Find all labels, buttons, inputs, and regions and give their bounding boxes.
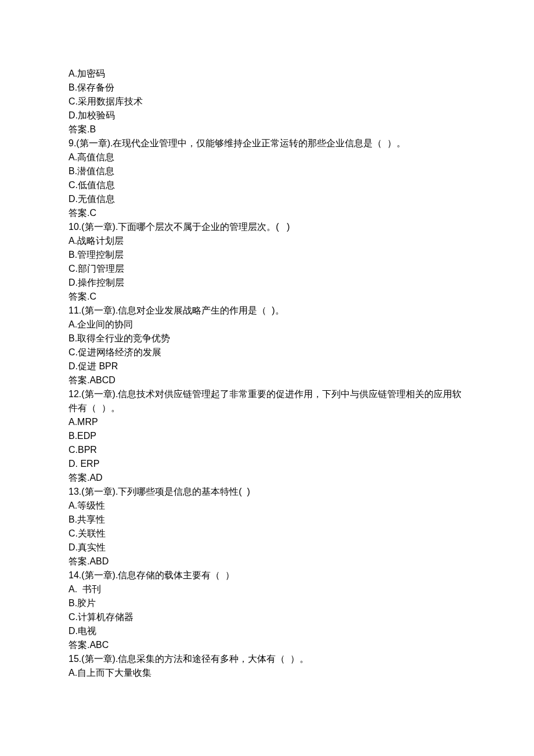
text-line: B.胶片	[68, 596, 466, 610]
question-line: 12.(第一章).信息技术对供应链管理起了非常重要的促进作用，下列中与供应链管理…	[68, 387, 466, 415]
text-line: C.促进网络经济的发展	[68, 345, 466, 359]
answer-line: 答案.B	[68, 123, 466, 136]
question-line: 9.(第一章).在现代企业管理中，仅能够维持企业正常运转的那些企业信息是（ ）。	[68, 136, 466, 150]
text-line: A.自上而下大量收集	[68, 666, 466, 680]
text-line: D.真实性	[68, 541, 466, 555]
text-line: C.部门管理层	[68, 262, 466, 276]
text-line: C.BPR	[68, 443, 466, 457]
text-line: B.共享性	[68, 513, 466, 527]
text-line: C.采用数据库技术	[68, 95, 466, 109]
answer-line: 答案.ABCD	[68, 373, 466, 387]
text-line: D.电视	[68, 624, 466, 638]
text-line: B.潜值信息	[68, 164, 466, 178]
question-line: 14.(第一章).信息存储的载体主要有（ ）	[68, 568, 466, 582]
question-line: 11.(第一章).信息对企业发展战略产生的作用是（ )。	[68, 304, 466, 318]
text-line: D.促进 BPR	[68, 359, 466, 373]
text-line: A.高值信息	[68, 150, 466, 164]
answer-line: 答案.C	[68, 290, 466, 304]
text-line: D.操作控制层	[68, 276, 466, 290]
text-line: B.取得全行业的竞争优势	[68, 332, 466, 345]
question-line: 10.(第一章).下面哪个层次不属于企业的管理层次。( )	[68, 220, 466, 234]
text-line: A. 书刊	[68, 582, 466, 596]
answer-line: 答案.ABC	[68, 638, 466, 652]
text-line: A.战略计划层	[68, 234, 466, 248]
text-line: A.企业间的协同	[68, 318, 466, 332]
document-page: A.加密码 B.保存备份 C.采用数据库技术 D.加校验码 答案.B 9.(第一…	[0, 0, 534, 756]
question-line: 15.(第一章).信息采集的方法和途径有多种，大体有（ ）。	[68, 652, 466, 666]
text-line: C.低值信息	[68, 178, 466, 192]
answer-line: 答案.ABD	[68, 555, 466, 568]
text-line: D. ERP	[68, 457, 466, 471]
text-line: D.加校验码	[68, 109, 466, 123]
text-line: A.MRP	[68, 415, 466, 429]
text-line: A.加密码	[68, 67, 466, 81]
text-line: B.EDP	[68, 429, 466, 443]
text-line: B.保存备份	[68, 81, 466, 95]
answer-line: 答案.AD	[68, 471, 466, 485]
question-line: 13.(第一章).下列哪些项是信息的基本特性( )	[68, 485, 466, 499]
text-line: C.计算机存储器	[68, 610, 466, 624]
text-line: B.管理控制层	[68, 248, 466, 262]
text-line: D.无值信息	[68, 192, 466, 206]
text-line: C.关联性	[68, 527, 466, 541]
answer-line: 答案.C	[68, 206, 466, 220]
text-line: A.等级性	[68, 499, 466, 513]
